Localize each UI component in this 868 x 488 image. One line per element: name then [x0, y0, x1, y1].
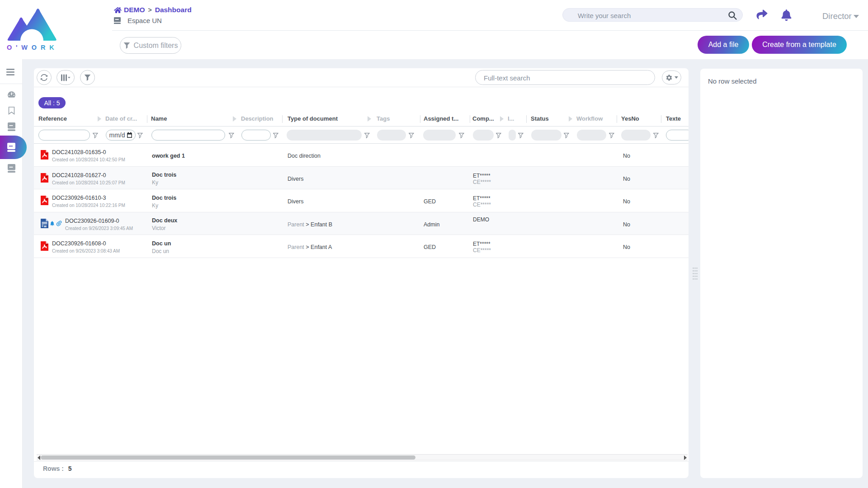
svg-text:O'WORK: O'WORK [7, 44, 58, 51]
svg-text:w: w [43, 224, 47, 228]
